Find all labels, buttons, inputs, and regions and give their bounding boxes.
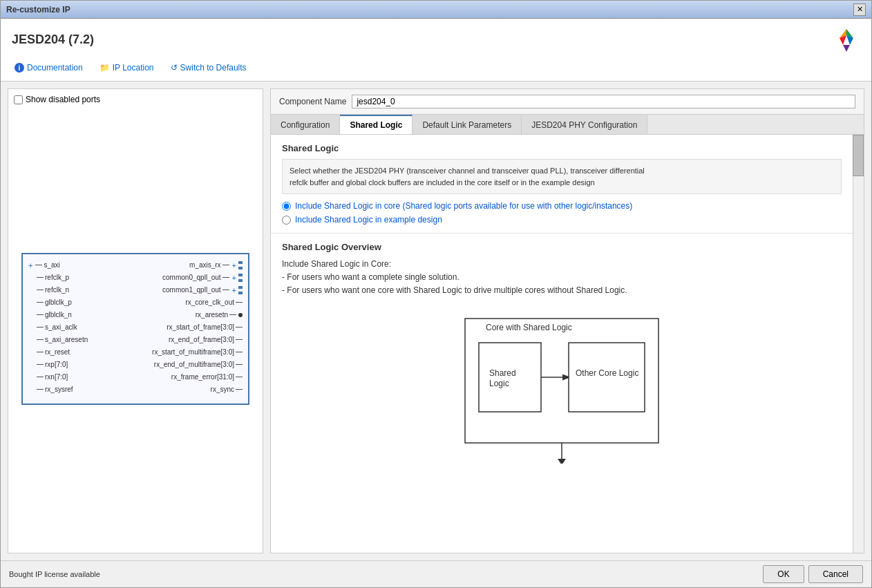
app-title: JESD204 (7.2) <box>12 32 94 47</box>
port-label-refclk-p: refclk_p <box>45 274 69 281</box>
right-panel: Component Name Configuration Shared Logi… <box>270 88 864 553</box>
window-title: Re-customize IP <box>6 5 70 15</box>
port-label-rx-end-multiframe: rx_end_of_multiframe[3:0] <box>154 361 234 368</box>
port-s-axi-aclk: s_axi_aclk <box>28 322 77 333</box>
port-label-s-axi-aclk: s_axi_aclk <box>45 323 77 331</box>
radio-option2-label[interactable]: Include Shared Logic in example design <box>295 215 442 225</box>
overview-text: Include Shared Logic in Core: - For user… <box>282 258 842 298</box>
port-rx-sysref: rx_sysref <box>28 384 73 395</box>
tab-phy-config[interactable]: JESD204 PHY Configuration <box>522 115 647 134</box>
ports-left: + s_axi refclk_p refclk_n <box>28 260 88 395</box>
logo-icon <box>833 26 860 53</box>
block-diagram: Core with Shared Logic Shared Logic <box>430 312 693 464</box>
radio-option1-input[interactable] <box>282 202 291 211</box>
port-line-s-axi-aclk <box>37 327 44 328</box>
port-line-rx-frame-error <box>236 377 243 377</box>
component-name-row: Component Name <box>271 89 864 115</box>
port-line-rx-start-multiframe <box>236 352 243 352</box>
title-bar: Re-customize IP ✕ <box>1 1 871 19</box>
left-panel: Show disabled ports + s_axi <box>8 88 263 553</box>
port-rx-end-multiframe: rx_end_of_multiframe[3:0] <box>154 359 243 370</box>
component-diagram: + s_axi refclk_p refclk_n <box>14 110 257 547</box>
radio-option2-input[interactable] <box>282 216 291 225</box>
outer-box-label: Core with Shared Logic <box>486 323 572 332</box>
port-label-common0-qpll: common0_qpll_out <box>162 274 221 281</box>
ip-location-button[interactable]: 📁 IP Location <box>97 61 157 74</box>
port-rx-aresetn: rx_aresetn <box>196 310 243 321</box>
port-label-s-axi-aresetn: s_axi_aresetn <box>45 336 88 343</box>
scrollbar-track[interactable] <box>853 135 864 553</box>
overview-line1: Include Shared Logic in Core: <box>282 258 842 271</box>
port-s-axi-aresetn: s_axi_aresetn <box>28 334 88 345</box>
port-line-rx-end-frame <box>236 339 243 340</box>
tabs-bar: Configuration Shared Logic Default Link … <box>271 115 864 135</box>
shared-logic-section: Shared Logic Select whether the JESD204 … <box>271 135 853 234</box>
tab-default-link[interactable]: Default Link Parameters <box>413 115 522 134</box>
port-label-rx-reset: rx_reset <box>45 348 70 356</box>
component-name-input[interactable] <box>352 95 855 108</box>
port-line-rx-reset <box>37 352 44 352</box>
other-core-label: Other Core Logic <box>576 368 638 378</box>
port-line-common0-qpll <box>222 277 229 278</box>
port-label-refclk-n: refclk_n <box>45 286 69 294</box>
port-rx-start-multiframe: rx_start_of_multiframe[3:0] <box>152 347 243 358</box>
overview-line3: - For users who want one core with Share… <box>282 284 842 297</box>
port-bars-m-axis-rx <box>238 261 243 269</box>
content-area: Show disabled ports + s_axi <box>1 82 871 560</box>
port-line-rx-core-clk-out <box>236 302 243 303</box>
port-common1-qpll: common1_qpll_out + <box>162 285 243 296</box>
port-line-rxn <box>37 377 44 377</box>
show-disabled-label[interactable]: Show disabled ports <box>26 95 100 104</box>
port-label-rx-start-frame: rx_start_of_frame[3:0] <box>167 323 234 331</box>
port-bars-common0-qpll <box>238 274 243 282</box>
tab-shared-logic[interactable]: Shared Logic <box>340 115 413 134</box>
port-plus-common1-qpll[interactable]: + <box>232 286 236 294</box>
port-label-rx-sysref: rx_sysref <box>45 386 73 393</box>
tab-configuration-label: Configuration <box>281 120 330 130</box>
port-plus-common0-qpll[interactable]: + <box>232 274 236 282</box>
port-line-glblclk-n <box>37 314 44 315</box>
port-rx-reset: rx_reset <box>28 347 70 358</box>
shared-logic-box-label: Shared <box>489 368 516 378</box>
port-plus-m-axis-rx[interactable]: + <box>232 261 236 269</box>
port-line-s-axi-aresetn <box>37 339 44 340</box>
port-line-rx-sysref <box>37 389 44 390</box>
switch-defaults-button[interactable]: ↺ Switch to Defaults <box>168 61 249 74</box>
port-label-rx-sync: rx_sync <box>211 386 234 393</box>
port-line-common1-qpll <box>222 290 229 290</box>
shared-logic-box-label2: Logic <box>489 379 509 388</box>
shared-logic-overview-section: Shared Logic Overview Include Shared Log… <box>271 234 853 486</box>
main-window: Re-customize IP ✕ JESD204 (7.2) i Docume… <box>0 0 872 588</box>
tab-configuration[interactable]: Configuration <box>271 115 340 134</box>
port-label-rxn: rxn[7:0] <box>45 373 68 381</box>
ok-button[interactable]: OK <box>763 565 804 583</box>
folder-icon: 📁 <box>99 63 110 73</box>
header: JESD204 (7.2) i Documentation 📁 IP Locat… <box>1 19 871 82</box>
show-disabled-checkbox[interactable] <box>14 95 23 104</box>
port-plus-s-axi[interactable]: + <box>28 261 32 269</box>
port-line-rxp <box>37 364 44 365</box>
port-rx-end-frame: rx_end_of_frame[3:0] <box>169 334 243 345</box>
toolbar: i Documentation 📁 IP Location ↺ Switch t… <box>12 59 860 77</box>
svg-marker-4 <box>843 45 850 52</box>
scrollbar-thumb[interactable] <box>853 135 864 176</box>
port-line-rx-start-frame <box>236 327 243 328</box>
port-label-m-axis-rx: m_axis_rx <box>189 261 221 269</box>
license-status: Bought IP license available <box>9 570 100 578</box>
cancel-button[interactable]: Cancel <box>808 565 863 583</box>
radio-option1-label[interactable]: Include Shared Logic in core (Shared log… <box>295 201 632 211</box>
diagram-box: + s_axi refclk_p refclk_n <box>21 253 249 405</box>
port-glblclk-n: glblclk_n <box>28 310 72 321</box>
documentation-button[interactable]: i Documentation <box>12 61 86 74</box>
port-label-rx-core-clk-out: rx_core_clk_out <box>185 298 234 306</box>
show-disabled-row: Show disabled ports <box>14 95 257 104</box>
port-label-glblclk-n: glblclk_n <box>45 311 72 319</box>
port-line-left <box>35 265 42 265</box>
port-label-rx-end-frame: rx_end_of_frame[3:0] <box>169 336 234 343</box>
port-glblclk-p: glblclk_p <box>28 297 72 308</box>
port-label-s-axi: s_axi <box>44 261 59 269</box>
port-label-rx-start-multiframe: rx_start_of_multiframe[3:0] <box>152 348 234 356</box>
port-rx-frame-error: rx_frame_error[31:0] <box>171 372 243 383</box>
close-button[interactable]: ✕ <box>853 3 866 16</box>
ip-location-label: IP Location <box>113 63 154 73</box>
